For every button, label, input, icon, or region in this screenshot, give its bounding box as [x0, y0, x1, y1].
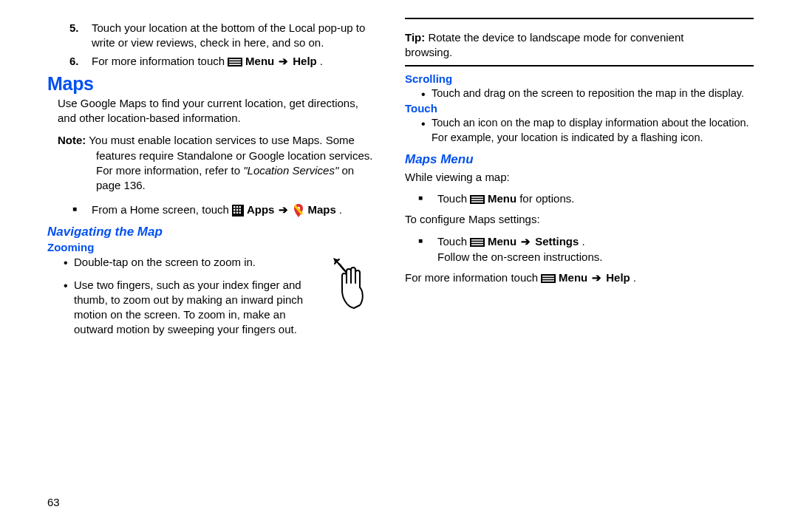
heading-zooming: Zooming [47, 241, 377, 253]
heading-maps: Maps [47, 73, 377, 95]
zoom-bullet-1: Double-tap on the screen to zoom in. [64, 255, 347, 270]
svg-rect-27 [542, 280, 554, 282]
menu-label: Menu [488, 233, 516, 249]
note-body-1: You must enable location services to use… [86, 134, 355, 146]
svg-rect-22 [471, 242, 483, 243]
touch-word: Touch [437, 233, 467, 249]
maps-menu-options: Touch Menu for options. [418, 191, 754, 206]
menu-icon [228, 54, 242, 69]
apps-grid-icon [232, 202, 244, 217]
svg-rect-6 [236, 206, 238, 208]
step-6: 6. For more information touch Menu ➔ Hel… [47, 54, 377, 69]
step-5-text: Touch your location at the bottom of the… [92, 21, 365, 49]
tip-label: Tip: [405, 31, 425, 44]
svg-rect-17 [471, 197, 483, 198]
menu-icon [541, 270, 556, 285]
svg-rect-19 [471, 202, 483, 203]
follow-instructions: Follow the on-screen instructions. [437, 250, 602, 263]
maps-menu-settings-step: Touch Menu ➔ Settings. Follow the on-scr… [418, 233, 754, 265]
note-block: Note: You must enable location services … [58, 133, 377, 193]
heading-maps-menu: Maps Menu [405, 152, 754, 167]
maps-menu-more-info: For more information touch Menu ➔ Help. [405, 270, 754, 285]
maps-menu-config: To configure Maps settings: [405, 212, 754, 227]
arrow-icon: ➔ [590, 270, 603, 285]
svg-rect-12 [236, 212, 238, 214]
svg-rect-7 [239, 206, 241, 208]
svg-rect-23 [471, 244, 483, 245]
more-info-pre: For more information touch [405, 270, 538, 285]
svg-rect-5 [233, 206, 235, 208]
step-number: 6. [69, 54, 79, 69]
svg-rect-3 [229, 64, 241, 65]
page-number: 63 [47, 496, 60, 508]
maps-menu-while: While viewing a map: [405, 170, 754, 185]
step-5: 5. Touch your location at the bottom of … [47, 21, 377, 51]
arrow-icon: ➔ [277, 202, 290, 217]
menu-icon [470, 191, 485, 206]
note-ref: "Location Services" [243, 164, 338, 177]
menu-icon [470, 233, 485, 249]
heading-navigating: Navigating the Map [47, 225, 377, 239]
arrow-icon: ➔ [519, 233, 532, 249]
maps-label: Maps [307, 202, 335, 217]
svg-rect-26 [542, 278, 554, 279]
svg-rect-9 [236, 209, 238, 211]
note-label: Note: [58, 134, 86, 146]
svg-rect-11 [233, 212, 235, 214]
tip-body-1: Rotate the device to landscape mode for … [425, 31, 683, 44]
menu-label: Menu [559, 270, 587, 285]
svg-rect-10 [239, 209, 241, 211]
svg-rect-13 [239, 212, 241, 214]
touch-word: Touch [437, 191, 467, 206]
svg-rect-1 [229, 59, 241, 61]
step-number: 5. [69, 21, 79, 35]
help-label: Help [293, 54, 317, 69]
heading-scrolling: Scrolling [405, 72, 754, 85]
settings-label: Settings [535, 233, 579, 249]
menu-label: Menu [245, 54, 274, 69]
home-pre: From a Home screen, touch [92, 202, 229, 217]
maps-pin-icon [293, 202, 304, 217]
for-options: for options. [519, 191, 574, 206]
svg-rect-2 [229, 61, 241, 63]
home-screen-step: From a Home screen, touch Apps ➔ [72, 202, 377, 217]
svg-rect-21 [471, 239, 483, 241]
scroll-bullet-1: Touch and drag on the screen to repositi… [421, 86, 754, 101]
heading-touch: Touch [405, 102, 754, 115]
menu-label: Menu [488, 191, 516, 206]
svg-rect-25 [542, 276, 554, 277]
touch-bullet-1: Touch an icon on the map to display info… [421, 116, 754, 145]
arrow-icon: ➔ [277, 54, 290, 69]
tip-block: Tip: Rotate the device to landscape mode… [405, 30, 754, 66]
step-6-pre: For more information touch [92, 54, 225, 69]
help-label: Help [606, 270, 630, 285]
svg-rect-8 [233, 209, 235, 211]
maps-intro: Use Google Maps to find your current loc… [58, 96, 377, 126]
zoom-bullet-2: Use two fingers, such as your index fing… [64, 278, 347, 338]
svg-rect-18 [471, 200, 483, 201]
apps-label: Apps [247, 202, 275, 217]
tip-body-2: browsing. [405, 46, 452, 58]
